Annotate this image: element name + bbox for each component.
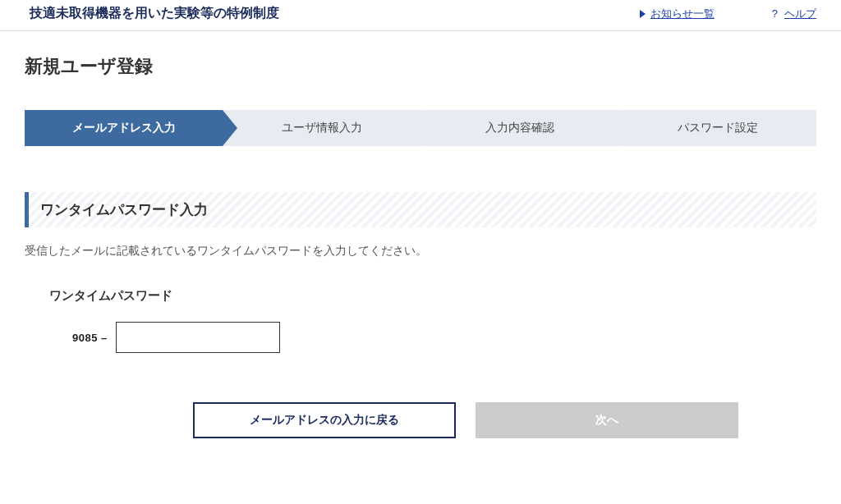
main-content: 新規ユーザ登録 メールアドレス入力 ユーザ情報入力 入力内容確認 パスワード設定… <box>0 31 841 471</box>
back-button[interactable]: メールアドレスの入力に戻る <box>193 402 456 438</box>
help-link[interactable]: ? ヘルプ <box>772 7 816 21</box>
progress-steps: メールアドレス入力 ユーザ情報入力 入力内容確認 パスワード設定 <box>25 110 816 146</box>
step-email: メールアドレス入力 <box>25 110 223 146</box>
step-userinfo: ユーザ情報入力 <box>223 110 420 146</box>
help-link-text[interactable]: ヘルプ <box>784 7 816 21</box>
otp-row: 9085 – <box>72 322 816 353</box>
next-button[interactable]: 次へ <box>476 402 738 438</box>
news-link-text[interactable]: お知らせ一覧 <box>650 7 715 21</box>
step-confirm: 入力内容確認 <box>420 110 618 146</box>
news-link[interactable]: お知らせ一覧 <box>640 7 715 21</box>
section-title-wrap: ワンタイムパスワード入力 <box>25 192 816 227</box>
otp-prefix: 9085 – <box>72 332 108 344</box>
button-row: メールアドレスの入力に戻る 次へ <box>25 402 816 438</box>
help-icon: ? <box>772 7 778 20</box>
otp-label: ワンタイムパスワード <box>49 288 816 304</box>
app-title: 技適未取得機器を用いた実験等の特例制度 <box>30 5 640 22</box>
instruction-text: 受信したメールに記載されているワンタイムパスワードを入力してください。 <box>25 244 816 259</box>
otp-input[interactable] <box>116 322 280 353</box>
triangle-icon <box>640 10 646 18</box>
header-links: お知らせ一覧 ? ヘルプ <box>640 7 816 21</box>
step-password: パスワード設定 <box>618 110 816 146</box>
page-title: 新規ユーザ登録 <box>25 54 816 79</box>
header-bar: 技適未取得機器を用いた実験等の特例制度 お知らせ一覧 ? ヘルプ <box>0 0 841 31</box>
section-title: ワンタイムパスワード入力 <box>40 200 805 219</box>
